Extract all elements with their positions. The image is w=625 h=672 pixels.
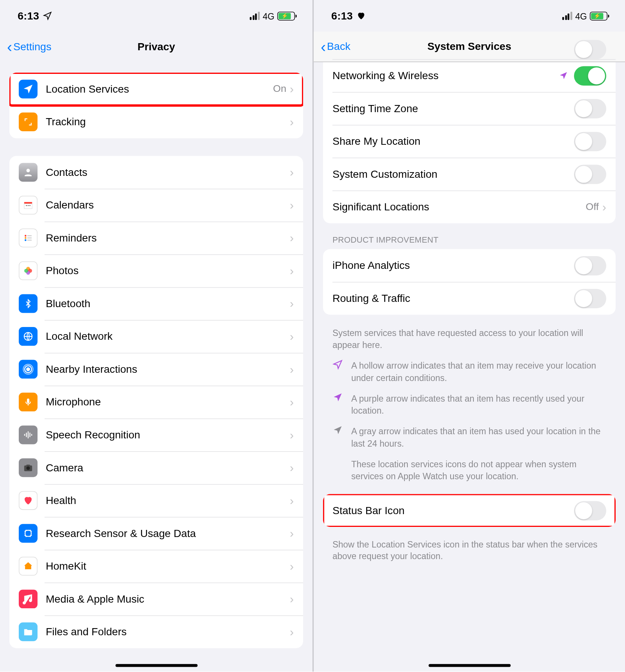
chevron-right-icon: › <box>290 495 294 506</box>
tracking-icon <box>19 112 38 131</box>
chevron-right-icon: › <box>290 116 294 128</box>
row-setting-time-zone[interactable]: Setting Time Zone <box>323 92 616 125</box>
svg-rect-10 <box>27 237 32 238</box>
svg-point-27 <box>26 466 30 470</box>
svg-rect-20 <box>27 399 29 404</box>
location-services-icon <box>19 80 38 99</box>
row-camera[interactable]: Camera › <box>9 451 303 484</box>
home-indicator[interactable] <box>428 664 511 667</box>
row-iphone-analytics[interactable]: iPhone Analytics <box>323 249 616 282</box>
signal-icon <box>250 12 260 20</box>
row-label: Contacts <box>46 166 290 178</box>
nav-bar: ‹ Settings Privacy <box>0 32 312 62</box>
status-bar-footer: Show the Location Services icon in the s… <box>332 538 606 562</box>
row-reminders[interactable]: Reminders › <box>9 222 303 255</box>
chevron-right-icon: › <box>290 593 294 605</box>
row-motion-calib[interactable]: . <box>323 40 616 59</box>
svg-rect-24 <box>30 433 30 437</box>
reminders-icon <box>19 229 38 248</box>
row-nearby-interactions[interactable]: Nearby Interactions › <box>9 353 303 386</box>
battery-icon: ⚡ <box>277 11 295 20</box>
row-location-services[interactable]: Location Services On › <box>9 73 303 106</box>
row-bluetooth[interactable]: Bluetooth › <box>9 287 303 320</box>
row-files-folders[interactable]: Files and Folders › <box>9 615 303 648</box>
home-indicator[interactable] <box>115 664 197 667</box>
chevron-right-icon: › <box>290 462 294 474</box>
row-contacts[interactable]: Contacts › <box>9 156 303 189</box>
location-arrow-hollow-icon <box>332 359 344 384</box>
status-bar: 6:13 4G ⚡ <box>0 0 312 32</box>
chevron-left-icon: ‹ <box>7 39 12 55</box>
row-photos[interactable]: Photos › <box>9 254 303 287</box>
back-button-settings[interactable]: ‹ Settings <box>7 39 51 55</box>
files-folders-icon <box>19 622 38 641</box>
chevron-right-icon: › <box>290 265 294 276</box>
row-local-network[interactable]: Local Network › <box>9 320 303 353</box>
privacy-settings-screen: 6:13 4G ⚡ ‹ Settings Privacy Location Se… <box>0 0 312 672</box>
iphone-analytics-toggle[interactable] <box>574 256 606 275</box>
routing-traffic-toggle[interactable] <box>574 289 606 308</box>
svg-point-15 <box>24 269 28 273</box>
row-calendars[interactable]: Calendars › <box>9 189 303 222</box>
row-media-music[interactable]: Media & Apple Music › <box>9 582 303 615</box>
svg-rect-23 <box>28 431 29 438</box>
row-label: Health <box>46 494 290 507</box>
photos-icon <box>19 261 38 280</box>
row-networking-wireless[interactable]: Networking & Wireless <box>323 59 616 92</box>
chevron-right-icon: › <box>290 560 294 572</box>
row-label: Speech Recognition <box>46 429 290 441</box>
row-research-sensor[interactable]: Research Sensor & Usage Data › <box>9 517 303 550</box>
signal-icon <box>563 12 572 20</box>
row-label: Camera <box>46 462 290 474</box>
bluetooth-icon <box>19 294 38 313</box>
privacy-group-2: Contacts › Calendars › Reminders › Photo… <box>9 156 303 648</box>
nearby-interactions-icon <box>19 360 38 379</box>
row-status-bar-icon[interactable]: Status Bar Icon <box>323 494 616 527</box>
row-label: Routing & Traffic <box>332 292 574 304</box>
row-label: iPhone Analytics <box>332 260 574 272</box>
setting-time-zone-toggle[interactable] <box>574 99 606 118</box>
row-label: Media & Apple Music <box>46 593 290 605</box>
legend-purple-text: A purple arrow indicates that an item ha… <box>351 392 606 417</box>
research-sensor-icon <box>19 524 38 543</box>
system-services-group-2: iPhone Analytics Routing & Traffic <box>323 249 616 315</box>
chevron-right-icon: › <box>602 201 606 213</box>
homekit-icon <box>19 557 38 576</box>
row-significant-locations[interactable]: Significant Locations Off› <box>323 190 616 224</box>
status-time: 6:13 <box>331 10 353 22</box>
chevron-right-icon: › <box>290 298 294 309</box>
row-label: Status Bar Icon <box>332 504 574 517</box>
svg-point-8 <box>25 239 27 241</box>
health-icon <box>19 491 38 510</box>
system-customization-toggle[interactable] <box>574 164 606 184</box>
row-homekit[interactable]: HomeKit › <box>9 550 303 583</box>
row-share-my-location[interactable]: Share My Location <box>323 125 616 158</box>
row-label: Local Network <box>46 330 290 343</box>
chevron-right-icon: › <box>290 330 294 342</box>
row-system-customization[interactable]: System Customization <box>323 158 616 190</box>
location-arrow-icon <box>559 71 568 80</box>
chevron-right-icon: › <box>290 626 294 638</box>
row-label: Significant Locations <box>332 201 586 213</box>
row-routing-traffic[interactable]: Routing & Traffic <box>323 282 616 315</box>
row-label: Calendars <box>46 199 290 212</box>
networking-wireless-toggle[interactable] <box>574 66 606 86</box>
location-legend: System services that have requested acce… <box>332 327 606 483</box>
row-tracking[interactable]: Tracking › <box>9 105 303 138</box>
row-label: System Customization <box>332 168 574 180</box>
back-label: Settings <box>13 41 51 53</box>
calendars-icon <box>19 196 38 214</box>
legend-gray-text: A gray arrow indicates that an item has … <box>351 425 606 450</box>
status-bar-icon-toggle[interactable] <box>574 501 606 520</box>
chevron-right-icon: › <box>290 232 294 244</box>
row-health[interactable]: Health › <box>9 484 303 517</box>
contacts-icon <box>19 163 38 182</box>
motion-calib-toggle[interactable] <box>574 40 606 59</box>
row-label: Nearby Interactions <box>46 363 290 375</box>
row-microphone[interactable]: Microphone › <box>9 386 303 418</box>
row-speech-recognition[interactable]: Speech Recognition › <box>9 418 303 452</box>
share-my-location-toggle[interactable] <box>574 132 606 151</box>
chevron-right-icon: › <box>290 166 294 178</box>
location-status-icon <box>43 11 52 21</box>
row-label: Setting Time Zone <box>332 102 574 115</box>
